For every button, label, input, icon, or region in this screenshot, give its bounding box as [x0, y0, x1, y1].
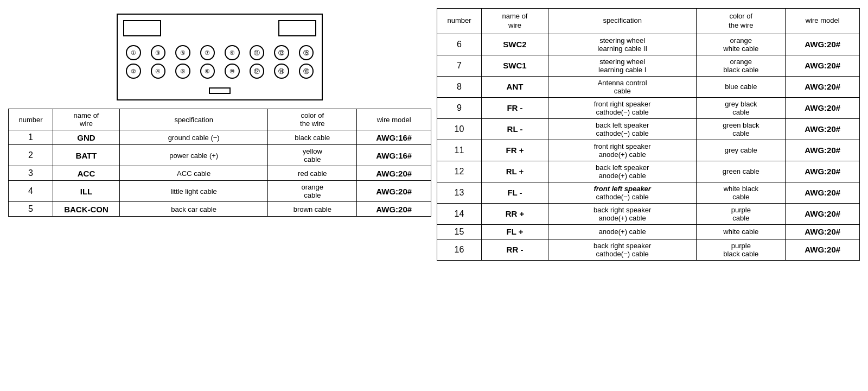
right-table-row: 10 RL - back left speakercathode(−) cabl… — [437, 118, 860, 140]
right-row-spec: back left speakercathode(−) cable — [548, 118, 697, 140]
right-header-spec: specification — [548, 9, 697, 34]
right-row-name: RL - — [482, 118, 548, 140]
right-table-row: 6 SWC2 steering wheellearning cable II o… — [437, 34, 860, 55]
right-row-color: purpleblack cable — [697, 239, 786, 260]
right-row-number: 6 — [437, 34, 482, 55]
left-row-number: 2 — [9, 145, 53, 166]
right-row-color: grey cable — [697, 140, 786, 161]
left-header-model: wire model — [357, 109, 431, 130]
right-row-number: 10 — [437, 118, 482, 140]
right-row-number: 14 — [437, 203, 482, 224]
right-row-model: AWG:20# — [786, 55, 860, 76]
pin-5: ⑤ — [175, 45, 190, 60]
right-table-row: 9 FR - front right speakercathode(−) cab… — [437, 97, 860, 118]
right-row-color: blue cable — [697, 76, 786, 97]
left-row-model: AWG:20# — [357, 181, 431, 202]
left-wire-table: number name ofwire specification color o… — [8, 109, 431, 217]
right-row-color: green cable — [697, 161, 786, 182]
left-table-row: 4 ILL little light cable orangecable AWG… — [9, 181, 431, 202]
fuse-label — [209, 87, 231, 94]
right-row-model: AWG:20# — [786, 161, 860, 182]
left-table-row: 1 GND ground cable (−) black cable AWG:1… — [9, 130, 431, 145]
right-row-model: AWG:20# — [786, 140, 860, 161]
right-row-spec: back left speakeranode(+) cable — [548, 161, 697, 182]
right-row-color: white blackcable — [697, 182, 786, 203]
left-row-color: red cable — [268, 166, 357, 181]
right-row-color: white cable — [697, 224, 786, 239]
pin-16: ⑯ — [299, 64, 314, 79]
right-row-name: FR - — [482, 97, 548, 118]
pin-row-odd: ① ③ ⑤ ⑦ ⑨ ⑪ ⑬ ⑮ — [126, 45, 314, 60]
right-row-color: purplecable — [697, 203, 786, 224]
left-row-model: AWG:16# — [357, 130, 431, 145]
left-row-model: AWG:20# — [357, 202, 431, 217]
right-row-number: 8 — [437, 76, 482, 97]
left-header-spec: specification — [120, 109, 268, 130]
right-panel: number name ofwire specification color o… — [434, 5, 863, 386]
left-row-name: BACK-CON — [53, 202, 120, 217]
pin-3: ③ — [151, 45, 166, 60]
right-row-model: AWG:20# — [786, 76, 860, 97]
right-row-name: RR + — [482, 203, 548, 224]
connector-pins: ① ③ ⑤ ⑦ ⑨ ⑪ ⑬ ⑮ ② ④ ⑥ ⑧ ⑩ — [123, 41, 316, 83]
left-row-model: AWG:20# — [357, 166, 431, 181]
left-row-name: BATT — [53, 145, 120, 166]
pin-8: ⑧ — [200, 64, 215, 79]
right-table-row: 16 RR - back right speakercathode(−) cab… — [437, 239, 860, 260]
left-row-spec: little light cable — [120, 181, 268, 202]
right-table-row: 15 FL + anode(+) cable white cable AWG:2… — [437, 224, 860, 239]
right-row-number: 7 — [437, 55, 482, 76]
connector-tab-left — [123, 20, 161, 36]
right-header-table: number name ofwire specification color o… — [437, 8, 860, 261]
connector-top-tabs — [123, 20, 316, 36]
left-row-number: 1 — [9, 130, 53, 145]
right-row-model: AWG:20# — [786, 239, 860, 260]
right-row-model: AWG:20# — [786, 203, 860, 224]
left-table-row: 5 BACK-CON back car cable brown cable AW… — [9, 202, 431, 217]
right-row-number: 12 — [437, 161, 482, 182]
pin-2: ② — [126, 64, 141, 79]
left-panel: ① ③ ⑤ ⑦ ⑨ ⑪ ⑬ ⑮ ② ④ ⑥ ⑧ ⑩ — [5, 5, 434, 386]
left-row-number: 3 — [9, 166, 53, 181]
right-row-number: 15 — [437, 224, 482, 239]
right-row-spec: front right speakeranode(+) cable — [548, 140, 697, 161]
right-row-name: ANT — [482, 76, 548, 97]
right-row-spec: anode(+) cable — [548, 224, 697, 239]
left-table-row: 3 ACC ACC cable red cable AWG:20# — [9, 166, 431, 181]
pin-6: ⑥ — [175, 64, 190, 79]
left-row-name: ACC — [53, 166, 120, 181]
left-row-color: black cable — [268, 130, 357, 145]
left-row-spec: power cable (+) — [120, 145, 268, 166]
right-row-model: AWG:20# — [786, 118, 860, 140]
right-row-color: grey blackcable — [697, 97, 786, 118]
right-row-number: 13 — [437, 182, 482, 203]
right-row-model: AWG:20# — [786, 34, 860, 55]
pin-15: ⑮ — [299, 45, 314, 60]
right-table-row: 8 ANT Antenna controlcable blue cable AW… — [437, 76, 860, 97]
pin-13: ⑬ — [274, 45, 289, 60]
right-row-name: SWC1 — [482, 55, 548, 76]
right-header-model: wire model — [786, 9, 860, 34]
left-row-number: 5 — [9, 202, 53, 217]
right-row-number: 9 — [437, 97, 482, 118]
connector-tab-right — [278, 20, 316, 36]
highlight-text: front left speaker — [593, 185, 650, 193]
right-table-row: 12 RL + back left speakeranode(+) cable … — [437, 161, 860, 182]
right-row-color: orangeblack cable — [697, 55, 786, 76]
right-row-model: AWG:20# — [786, 182, 860, 203]
left-row-spec: ground cable (−) — [120, 130, 268, 145]
right-row-number: 16 — [437, 239, 482, 260]
left-table-row: 2 BATT power cable (+) yellowcable AWG:1… — [9, 145, 431, 166]
pin-1: ① — [126, 45, 141, 60]
pin-row-even: ② ④ ⑥ ⑧ ⑩ ⑫ ⑭ ⑯ — [126, 64, 314, 79]
fuse-box — [123, 87, 316, 94]
pin-10: ⑩ — [225, 64, 240, 79]
right-row-spec: front right speakercathode(−) cable — [548, 97, 697, 118]
left-row-color: brown cable — [268, 202, 357, 217]
left-row-spec: back car cable — [120, 202, 268, 217]
pin-12: ⑫ — [250, 64, 265, 79]
right-table-row: 7 SWC1 steering wheellearning cable I or… — [437, 55, 860, 76]
pin-11: ⑪ — [250, 45, 265, 60]
right-header-color: color ofthe wire — [697, 9, 786, 34]
right-row-model: AWG:20# — [786, 97, 860, 118]
